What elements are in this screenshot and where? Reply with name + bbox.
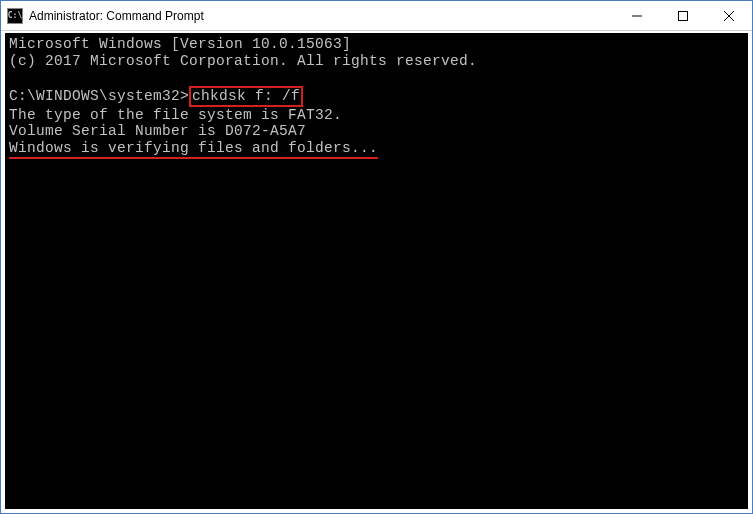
output-line-2: Volume Serial Number is D072-A5A7 [9, 123, 306, 139]
close-button[interactable] [706, 1, 752, 30]
svg-rect-1 [679, 11, 688, 20]
output-line-1: The type of the file system is FAT32. [9, 107, 342, 123]
minimize-icon [632, 11, 642, 21]
maximize-button[interactable] [660, 1, 706, 30]
titlebar[interactable]: C:\ Administrator: Command Prompt [1, 1, 752, 31]
output-line-3-highlight: Windows is verifying files and folders..… [9, 140, 378, 159]
copyright-line: (c) 2017 Microsoft Corporation. All righ… [9, 53, 477, 69]
maximize-icon [678, 11, 688, 21]
prompt-text: C:\WINDOWS\system32> [9, 88, 189, 104]
minimize-button[interactable] [614, 1, 660, 30]
version-line: Microsoft Windows [Version 10.0.15063] [9, 36, 351, 52]
close-icon [724, 11, 734, 21]
command-prompt-window: C:\ Administrator: Command Prompt Micros… [0, 0, 753, 514]
command-highlight: chkdsk f: /f [189, 86, 303, 107]
terminal-output[interactable]: Microsoft Windows [Version 10.0.15063] (… [1, 31, 752, 513]
app-icon: C:\ [7, 8, 23, 24]
window-title: Administrator: Command Prompt [29, 9, 614, 23]
window-controls [614, 1, 752, 30]
